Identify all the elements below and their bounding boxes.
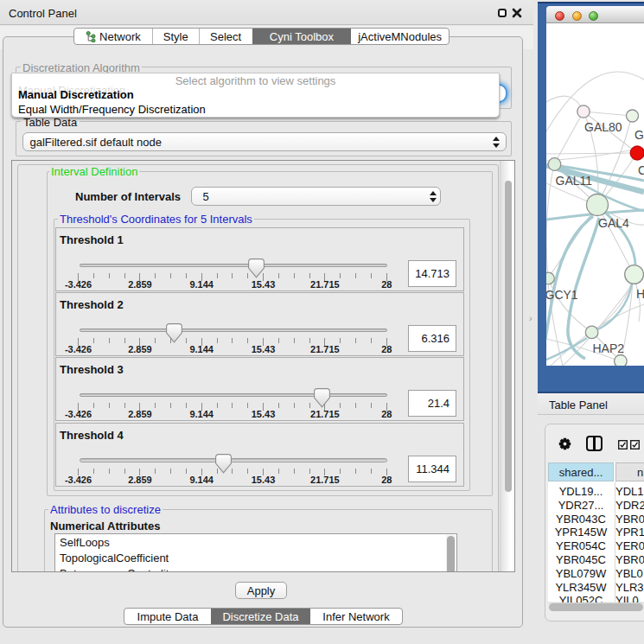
svg-text:GAL80: GAL80 <box>584 120 622 134</box>
svg-text:GA: GA <box>634 128 644 142</box>
svg-text:C: C <box>638 163 644 177</box>
svg-text:GAL4: GAL4 <box>598 216 629 230</box>
svg-text:HAP2: HAP2 <box>593 341 625 355</box>
svg-text:GAL11: GAL11 <box>556 174 593 188</box>
svg-text:GCY1: GCY1 <box>546 288 578 302</box>
svg-text:H: H <box>636 287 644 301</box>
